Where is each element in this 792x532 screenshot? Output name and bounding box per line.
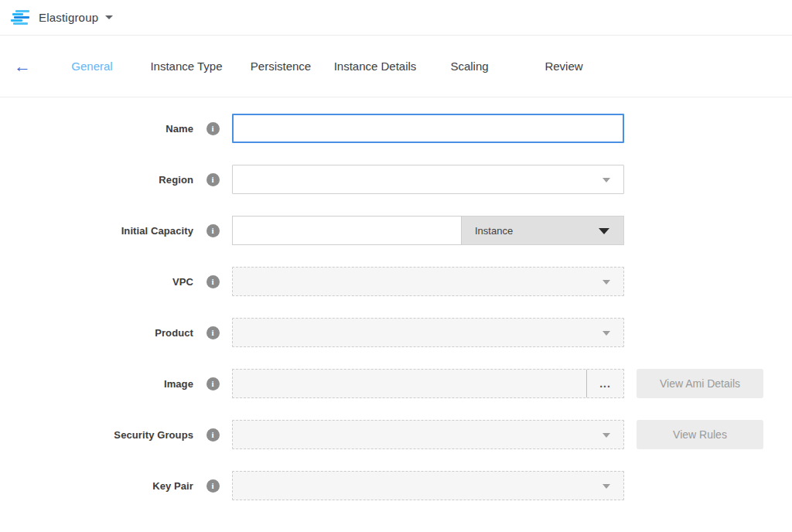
brand-switcher[interactable]: Elastigroup	[39, 11, 98, 24]
form-row-security-groups: Security Groups i View Rules	[0, 420, 792, 449]
form-row-initial-capacity: Initial Capacity i Instance	[0, 216, 792, 245]
image-input-group: ...	[232, 369, 624, 398]
form-row-key-pair: Key Pair i	[0, 471, 792, 500]
info-icon[interactable]: i	[207, 224, 220, 237]
name-label: Name	[0, 123, 193, 135]
tab-persistence[interactable]: Persistence	[234, 60, 328, 73]
view-ami-details-button[interactable]: View Ami Details	[637, 369, 763, 398]
name-input[interactable]	[232, 114, 624, 143]
product-label: Product	[0, 327, 193, 339]
capacity-unit-value: Instance	[475, 225, 513, 237]
form-row-image: Image i ... View Ami Details	[0, 369, 792, 398]
tab-review[interactable]: Review	[517, 60, 611, 73]
form-row-region: Region i	[0, 165, 792, 194]
vpc-select	[232, 267, 624, 296]
tab-instance-details[interactable]: Instance Details	[328, 60, 422, 73]
caret-down-icon	[603, 331, 610, 336]
wizard-tab-bar: ← General Instance Type Persistence Inst…	[0, 36, 792, 97]
caret-down-icon	[603, 178, 610, 182]
info-icon[interactable]: i	[207, 428, 220, 442]
tab-scaling[interactable]: Scaling	[422, 60, 517, 73]
elastigroup-logo-icon	[11, 9, 31, 26]
region-select[interactable]	[232, 165, 624, 194]
general-settings-form: Name i Region i Initial Capacity i Insta…	[0, 97, 792, 500]
tab-general[interactable]: General	[45, 60, 139, 73]
caret-down-icon	[599, 228, 609, 234]
region-label: Region	[0, 174, 193, 186]
security-groups-select	[232, 420, 624, 449]
tab-instance-type[interactable]: Instance Type	[139, 60, 234, 73]
vpc-label: VPC	[0, 276, 193, 288]
security-groups-label: Security Groups	[0, 429, 193, 441]
arrow-left-icon: ←	[14, 58, 31, 75]
key-pair-label: Key Pair	[0, 480, 193, 492]
info-icon[interactable]: i	[207, 275, 220, 288]
info-icon[interactable]: i	[207, 122, 220, 135]
image-input	[233, 370, 586, 397]
caret-down-icon	[603, 484, 610, 489]
info-icon[interactable]: i	[207, 479, 220, 493]
form-row-product: Product i	[0, 318, 792, 347]
browse-image-button[interactable]: ...	[586, 370, 623, 397]
capacity-unit-select[interactable]: Instance	[462, 216, 624, 245]
info-icon[interactable]: i	[207, 377, 220, 390]
back-button[interactable]: ←	[0, 58, 45, 75]
key-pair-select	[232, 471, 624, 500]
info-icon[interactable]: i	[207, 173, 220, 186]
view-rules-button[interactable]: View Rules	[637, 420, 763, 449]
chevron-down-icon[interactable]	[105, 15, 113, 19]
caret-down-icon	[603, 433, 610, 438]
initial-capacity-input[interactable]	[232, 216, 462, 245]
form-row-name: Name i	[0, 114, 792, 143]
image-label: Image	[0, 378, 193, 390]
top-bar: Elastigroup	[0, 0, 792, 36]
form-row-vpc: VPC i	[0, 267, 792, 296]
info-icon[interactable]: i	[207, 326, 220, 339]
product-select	[232, 318, 624, 347]
caret-down-icon	[603, 280, 610, 285]
initial-capacity-label: Initial Capacity	[0, 225, 193, 237]
